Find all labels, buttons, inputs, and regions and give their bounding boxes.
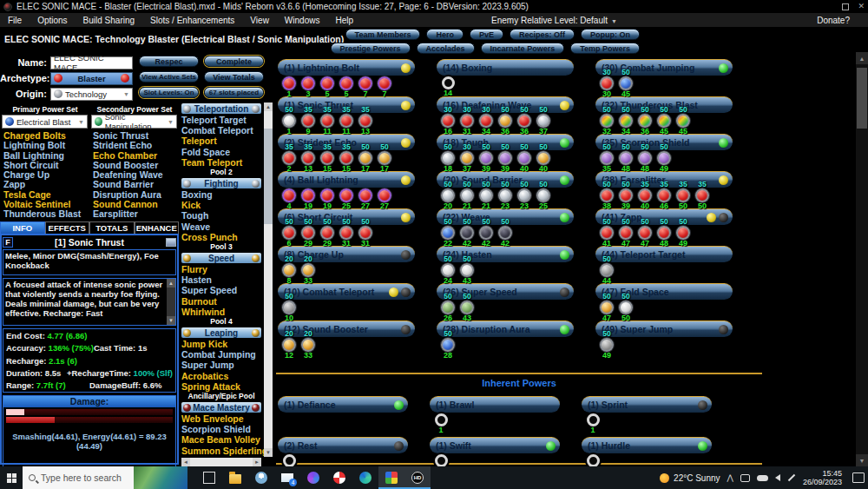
enhancement-slot[interactable]: 5017 [356, 143, 375, 173]
enhancement-slot[interactable]: 3034 [477, 106, 496, 135]
enhancement-slot[interactable]: 5042 [477, 218, 496, 248]
enhancement-slot[interactable]: 3550 [674, 181, 693, 210]
enhancement-slot[interactable]: 3513 [299, 143, 318, 173]
chevron-up-icon[interactable]: ⋀ [727, 473, 733, 482]
name-input[interactable]: ELEC SONIC MACE [50, 56, 133, 69]
archetype-select[interactable]: Blaster [50, 72, 133, 85]
enhancement-slot[interactable]: 3550 [693, 181, 712, 210]
origin-select[interactable]: Technology ▼ [50, 88, 133, 101]
menu-file[interactable]: File [0, 16, 30, 25]
enhancement-slot[interactable]: 5021 [477, 181, 496, 210]
enhancement-slot[interactable]: 3515 [337, 143, 356, 173]
taskbar-hd-button[interactable]: HD [404, 466, 431, 489]
enhancement-slot[interactable]: 5047 [635, 218, 654, 248]
enhancement-slot[interactable]: 5024 [438, 255, 457, 285]
pool-header-leaping[interactable]: Leaping [181, 327, 261, 338]
taskbar-mail-button[interactable]: 4 [274, 466, 300, 489]
enhancement-slot[interactable]: 5022 [438, 218, 457, 248]
pool-power-team-teleport[interactable]: Team Teleport [181, 157, 261, 168]
pools-horizontal-scrollbar[interactable]: ◄ ► [181, 458, 261, 466]
favorite-button[interactable]: F [3, 237, 13, 248]
enhancement-slot[interactable]: 7 [375, 69, 394, 98]
taskbar-folder-button[interactable] [222, 466, 248, 489]
enhancement-slot[interactable]: 3546 [654, 181, 674, 210]
enhancement-slot[interactable]: 5035 [597, 143, 616, 173]
pool-power-mace-beam-volley[interactable]: Mace Beam Volley [181, 434, 261, 445]
menu-view[interactable]: View [242, 16, 277, 25]
enhancement-slot[interactable]: 3511 [337, 106, 356, 135]
enhancement-slot[interactable]: 352 [279, 143, 299, 173]
enhancement-slot[interactable]: 501 [279, 106, 299, 135]
enhancement-slot[interactable]: 27 [375, 181, 394, 210]
enhancement-slot[interactable]: 5048 [616, 143, 635, 173]
secondary-power-earsplitter[interactable]: Earsplitter [93, 209, 180, 219]
power-defiance[interactable]: (1) Defiance [278, 396, 408, 413]
secondary-power-strident-echo[interactable]: Strident Echo [93, 141, 180, 150]
enhancement-slot[interactable]: 5038 [597, 181, 616, 210]
menu-windows[interactable]: Windows [277, 16, 328, 25]
enhancement-slot[interactable]: 5 [337, 69, 356, 98]
enhancement-slot[interactable]: 5049 [597, 330, 616, 360]
button-hero[interactable]: Hero [426, 29, 464, 40]
pool-power-summon-spiderlings[interactable]: Summon Spiderlings [181, 446, 261, 456]
close-icon[interactable]: ✕ [858, 3, 865, 10]
scrollbar-thumb[interactable] [857, 68, 867, 129]
enhancement-slot[interactable]: 27 [356, 181, 375, 210]
enhancement-slot[interactable]: 1 [583, 406, 602, 434]
enhancement-slot[interactable]: 5 [318, 69, 337, 98]
enhancement-slot[interactable]: 5020 [438, 181, 457, 210]
scroll-down-icon[interactable]: ▼ [856, 454, 868, 466]
scroll-down-icon[interactable]: ▼ [264, 448, 273, 457]
button-recipes-off[interactable]: Recipes: Off [510, 29, 575, 40]
enhancement-slot[interactable]: 5047 [597, 293, 616, 322]
slots-placed-button[interactable]: 67 slots placed [204, 87, 264, 98]
pool-power-hasten[interactable]: Hasten [181, 274, 261, 285]
enhancement-slot[interactable]: 5029 [318, 218, 337, 248]
enhancement-slot[interactable]: 5043 [457, 255, 477, 285]
enemy-relative-level-select[interactable]: Enemy Relative Level: Default▼ [491, 16, 617, 25]
popout-icon[interactable] [166, 238, 176, 247]
enhancement-slot[interactable]: 5045 [616, 69, 635, 98]
enhancement-slot[interactable]: 5017 [375, 143, 394, 173]
news-widget-thumbnail[interactable] [134, 466, 187, 489]
chat-icon[interactable] [740, 474, 750, 482]
enhancement-slot[interactable]: 359 [299, 106, 318, 135]
pool-power-kick[interactable]: Kick [181, 200, 261, 210]
enhancement-slot[interactable]: 208 [279, 255, 299, 285]
enhancement-slot[interactable]: 4 [279, 181, 299, 210]
enhancement-slot[interactable]: 5018 [438, 143, 457, 173]
enhancement-slot[interactable]: 3515 [318, 143, 337, 173]
pool-header-fighting[interactable]: Fighting [181, 178, 261, 188]
enhancement-slot[interactable]: 5037 [534, 106, 553, 135]
scroll-down-icon[interactable]: ▼ [167, 316, 175, 325]
complete-button[interactable]: Complete [204, 56, 264, 67]
pool-power-super-jump[interactable]: Super Jump [181, 360, 261, 370]
enhancement-slot[interactable]: 5042 [457, 218, 477, 248]
enhancement-slot[interactable]: 5025 [534, 181, 553, 210]
pool-header-mace-mastery[interactable]: Mace Mastery [181, 402, 261, 413]
scroll-right-icon[interactable]: ► [253, 458, 261, 466]
primary-power-lightning-bolt[interactable]: Lightning Bolt [3, 141, 90, 150]
pool-power-fold-space[interactable]: Fold Space [181, 147, 261, 157]
menu-help[interactable]: Help [327, 16, 361, 25]
button-popup-on[interactable]: Popup: On [581, 29, 640, 40]
notification-center-icon[interactable] [852, 472, 865, 483]
enhancement-slot[interactable]: 5036 [515, 106, 534, 135]
taskbar-edge-button[interactable] [352, 466, 378, 489]
enhancement-slot[interactable]: 2033 [299, 255, 318, 285]
scroll-up-icon[interactable]: ▲ [264, 102, 273, 111]
enhancement-slot[interactable]: 5047 [616, 218, 635, 248]
pool-power-teleport[interactable]: Teleport [181, 135, 261, 146]
enhancement-slot[interactable]: 5039 [477, 143, 496, 173]
taskbar-loop-button[interactable] [300, 466, 326, 489]
view-totals-button[interactable]: View Totals [204, 71, 264, 83]
enhancement-slot[interactable]: 1 [279, 69, 299, 98]
pool-power-acrobatics[interactable]: Acrobatics [181, 371, 261, 381]
enhancement-slot[interactable]: 5049 [654, 143, 674, 173]
primary-set-select[interactable]: Electrical Blast ▼ [2, 115, 88, 129]
pool-power-web-envelope[interactable]: Web Envelope [181, 413, 261, 424]
enhancement-slot[interactable]: 5045 [654, 106, 674, 135]
enhancement-slot[interactable]: 5044 [597, 255, 616, 285]
pool-power-spring-attack[interactable]: Spring Attack [181, 381, 261, 392]
menu-slots-enhancements[interactable]: Slots / Enhancements [142, 16, 242, 25]
